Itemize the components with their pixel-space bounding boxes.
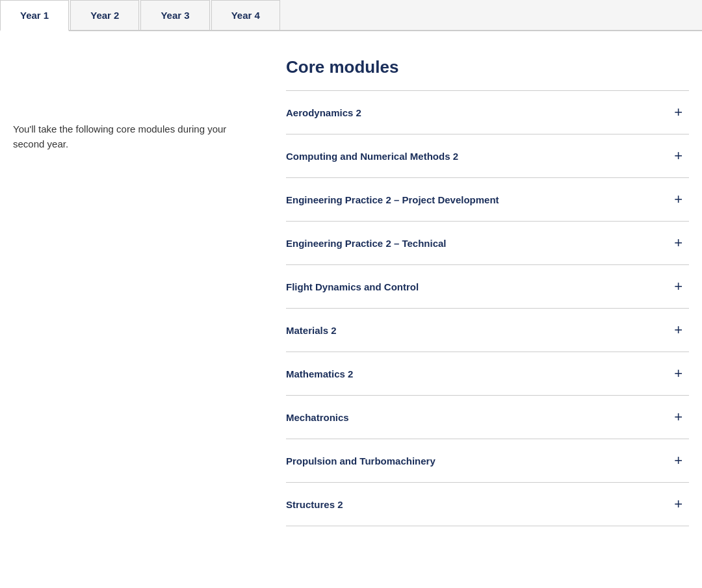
accordion-item-mechatronics[interactable]: Mechatronics + [286,395,689,439]
accordion-item-flight-dynamics[interactable]: Flight Dynamics and Control + [286,264,689,308]
accordion-label: Materials 2 [286,325,337,336]
right-panel: Core modules Aerodynamics 2 + Computing … [286,57,689,526]
accordion-label: Propulsion and Turbomachinery [286,455,436,467]
accordion-item-computing[interactable]: Computing and Numerical Methods 2 + [286,134,689,177]
accordion-label: Mathematics 2 [286,368,353,379]
accordion-item-eng-practice-technical[interactable]: Engineering Practice 2 – Technical + [286,221,689,264]
accordion-label: Flight Dynamics and Control [286,281,419,292]
expand-icon: + [674,192,682,207]
expand-icon: + [674,323,682,337]
expand-icon: + [674,454,682,468]
accordion-item-materials[interactable]: Materials 2 + [286,308,689,352]
accordion-item-eng-practice-project[interactable]: Engineering Practice 2 – Project Develop… [286,177,689,221]
left-panel: You'll take the following core modules d… [13,57,260,526]
main-content: You'll take the following core modules d… [0,31,702,552]
accordion-item-propulsion[interactable]: Propulsion and Turbomachinery + [286,439,689,482]
accordion-label: Engineering Practice 2 – Technical [286,238,446,249]
accordion-item-mathematics[interactable]: Mathematics 2 + [286,352,689,395]
expand-icon: + [674,366,682,381]
accordion-label: Structures 2 [286,499,343,510]
tab-year4[interactable]: Year 4 [211,0,280,30]
accordion-label: Mechatronics [286,412,349,423]
accordion-item-structures[interactable]: Structures 2 + [286,482,689,526]
accordion-label: Aerodynamics 2 [286,107,361,118]
expand-icon: + [674,105,682,120]
expand-icon: + [674,279,682,294]
accordion-item-aerodynamics[interactable]: Aerodynamics 2 + [286,90,689,134]
accordion-label: Computing and Numerical Methods 2 [286,151,458,162]
year-description: You'll take the following core modules d… [13,122,260,151]
accordion-label: Engineering Practice 2 – Project Develop… [286,194,499,205]
section-title: Core modules [286,57,689,77]
expand-icon: + [674,410,682,424]
tab-year3[interactable]: Year 3 [140,0,209,30]
expand-icon: + [674,236,682,250]
tab-bar: Year 1 Year 2 Year 3 Year 4 [0,0,702,31]
tab-year1[interactable]: Year 1 [0,0,69,31]
expand-icon: + [674,149,682,163]
expand-icon: + [674,497,682,511]
tab-year2[interactable]: Year 2 [70,0,139,30]
